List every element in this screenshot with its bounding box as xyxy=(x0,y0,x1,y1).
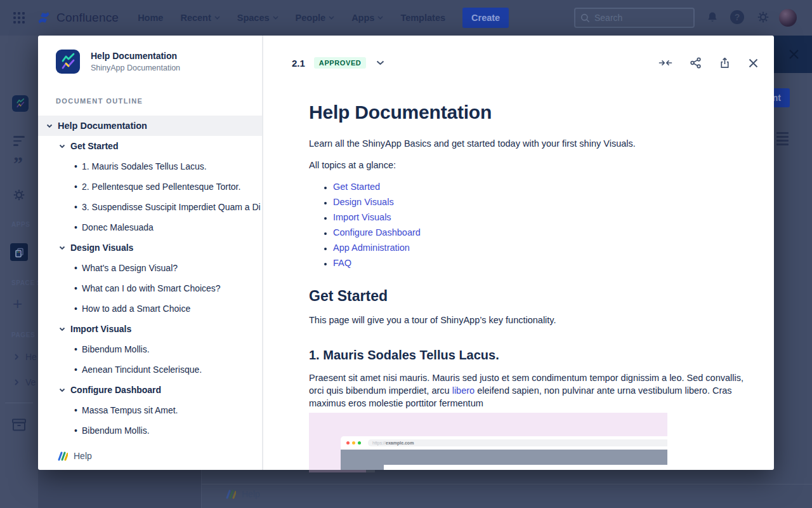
background-list-icon[interactable] xyxy=(776,132,789,147)
outline-section-design-visuals[interactable]: Design Visuals xyxy=(38,237,262,258)
nav-people[interactable]: People xyxy=(296,13,335,23)
toc-link-design-visuals[interactable]: Design Visuals xyxy=(333,197,394,207)
background-help-footer[interactable]: Help xyxy=(225,489,260,499)
sidebar-gear-icon[interactable] xyxy=(12,188,26,202)
toc-link-get-started[interactable]: Get Started xyxy=(333,182,380,192)
outline-section-label: Design Visuals xyxy=(70,243,133,253)
share-icon[interactable] xyxy=(690,57,702,69)
outline-item[interactable]: •1. Mauris Sodales Tellus Lacus. xyxy=(38,156,262,177)
outline-item-label: 1. Mauris Sodales Tellus Lacus. xyxy=(82,161,207,171)
section-heading-get-started: Get Started xyxy=(309,288,743,305)
bullet: • xyxy=(74,263,82,273)
subsection-heading: 1. Mauris Sodales Tellus Lacus. xyxy=(309,348,743,363)
bullet: • xyxy=(74,283,82,293)
outline-item-label: How to add a Smart Choice xyxy=(82,304,190,314)
nav-spaces[interactable]: Spaces xyxy=(237,13,278,23)
outline-lines-icon[interactable] xyxy=(13,136,25,149)
page-item-label: Ve xyxy=(25,377,36,387)
traffic-light-yellow xyxy=(352,441,355,444)
outline-section-import-visuals[interactable]: Import Visuals xyxy=(38,319,262,339)
outline-section-label: Import Visuals xyxy=(70,324,131,334)
outline-item[interactable]: •Donec Malesuada xyxy=(38,217,262,237)
nav-home-label: Home xyxy=(138,13,163,23)
modal-subtitle: ShinyApp Documentation xyxy=(91,64,180,72)
mock-browser-content xyxy=(384,465,667,470)
chevron-down-icon xyxy=(59,144,65,149)
chevron-down-icon xyxy=(59,388,65,392)
nav-apps[interactable]: Apps xyxy=(351,13,383,23)
toc-item: Import Visuals xyxy=(333,212,743,223)
toolbar-icons xyxy=(658,57,759,69)
collapse-icon[interactable] xyxy=(658,57,672,69)
app-switcher-icon[interactable] xyxy=(11,10,27,25)
pages-section-label: PAGES xyxy=(11,331,35,338)
shinyapp-logo-icon[interactable] xyxy=(12,95,29,112)
toc-list: Get Started Design Visuals Import Visual… xyxy=(309,182,743,269)
nav-templates[interactable]: Templates xyxy=(400,13,445,23)
outline-item[interactable]: •Aenean Tincidunt Scelerisque. xyxy=(38,359,262,380)
outline-item[interactable]: •How to add a Smart Choice xyxy=(38,298,262,319)
outline-item[interactable]: •3. Suspendisse Suscipit Imperdiet Quam … xyxy=(38,197,262,217)
page-tree-item[interactable]: He xyxy=(15,352,37,362)
search-box[interactable] xyxy=(574,8,695,28)
outline-item-label: Donec Malesuada xyxy=(82,222,154,232)
close-icon[interactable] xyxy=(748,58,759,69)
outline-item[interactable]: •What's a Design Visual? xyxy=(38,258,262,278)
notifications-bell-icon[interactable] xyxy=(706,11,719,24)
left-sidebar: ” APPS SPACE S + PAGES He Ve xyxy=(0,36,38,508)
outline-item[interactable]: •Massa Tempus sit Amet. xyxy=(38,400,262,420)
export-icon[interactable] xyxy=(719,57,731,69)
help-brand-icon xyxy=(225,490,236,499)
outline-root-item[interactable]: Help Documentation xyxy=(38,116,262,136)
top-navigation: Confluence Home Recent Spaces People App… xyxy=(0,0,812,36)
quote-icon[interactable]: ” xyxy=(13,152,23,174)
outline-item-label: What's a Design Visual? xyxy=(82,263,178,273)
outline-help-footer[interactable]: Help xyxy=(57,448,92,464)
settings-gear-icon[interactable] xyxy=(756,10,770,24)
chevron-down-icon xyxy=(59,327,65,331)
body-paragraph: Praesent sit amet nisi mauris. Mauris se… xyxy=(309,371,743,410)
outline-item-label: Aenean Tincidunt Scelerisque. xyxy=(82,364,202,375)
user-avatar[interactable] xyxy=(779,9,797,27)
confluence-logo[interactable]: Confluence xyxy=(36,10,119,25)
app-header: Help Documentation ShinyApp Documentatio… xyxy=(56,50,262,74)
outline-item[interactable]: •What can I do with Smart Choices? xyxy=(38,278,262,298)
toc-link-configure-dashboard[interactable]: Configure Dashboard xyxy=(333,227,421,237)
mock-browser-body xyxy=(341,450,667,470)
nav-people-label: People xyxy=(296,13,326,23)
toc-link-faq[interactable]: FAQ xyxy=(333,258,351,268)
chevron-down-icon xyxy=(46,124,53,128)
chevron-down-icon xyxy=(329,16,334,20)
outline-section-label: DOCUMENT OUTLINE xyxy=(56,97,262,105)
bullet: • xyxy=(74,182,82,192)
add-icon[interactable]: + xyxy=(13,294,22,314)
search-input[interactable] xyxy=(594,13,677,23)
create-button[interactable]: Create xyxy=(462,8,509,28)
bullet: • xyxy=(74,161,82,171)
inline-link-libero[interactable]: libero xyxy=(452,385,475,396)
outline-section-configure-dashboard[interactable]: Configure Dashboard xyxy=(38,380,262,400)
archive-box-icon[interactable] xyxy=(11,418,27,432)
chevron-right-icon xyxy=(15,354,18,360)
outline-item[interactable]: •Bibendum Mollis. xyxy=(38,420,262,441)
outline-item[interactable]: •Bibendum Mollis. xyxy=(38,339,262,359)
sidebar-app-pages-icon[interactable] xyxy=(10,243,28,261)
outline-section-get-started[interactable]: Get Started xyxy=(38,136,262,156)
toc-item: Get Started xyxy=(333,182,743,192)
page-tree-item[interactable]: Ve xyxy=(15,377,36,387)
confluence-logo-icon xyxy=(36,10,51,25)
toc-link-import-visuals[interactable]: Import Visuals xyxy=(333,212,391,222)
document-body: Help Documentation Learn all the ShinyAp… xyxy=(263,102,774,470)
outline-item[interactable]: •2. Pellentesque sed Pellentesque Tortor… xyxy=(38,177,262,197)
page-item-label: He xyxy=(25,352,37,362)
toc-link-app-administration[interactable]: App Administration xyxy=(333,243,410,253)
help-icon[interactable]: ? xyxy=(730,10,744,24)
url-scheme: https:// xyxy=(372,441,386,445)
nav-home[interactable]: Home xyxy=(138,13,163,23)
outline-item-label: 2. Pellentesque sed Pellentesque Tortor. xyxy=(82,182,240,192)
background-close-icon[interactable] xyxy=(789,49,799,60)
version-dropdown-chevron-icon[interactable] xyxy=(376,60,384,65)
bullet: • xyxy=(74,304,82,314)
nav-recent[interactable]: Recent xyxy=(180,13,219,23)
bullet: • xyxy=(74,344,82,354)
